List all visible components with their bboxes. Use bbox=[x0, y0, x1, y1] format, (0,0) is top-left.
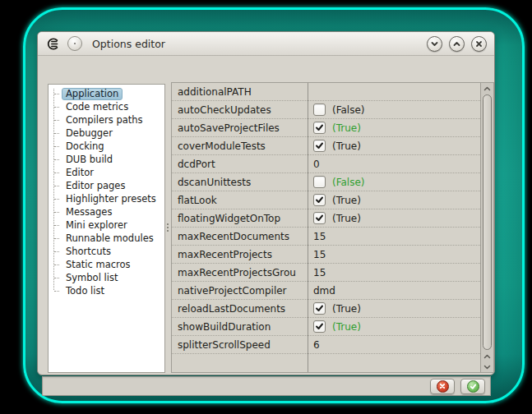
sidebar-item-label: DUB build bbox=[62, 154, 117, 166]
property-value-cell[interactable]: (True) bbox=[308, 137, 480, 154]
property-row-maxrecentdocuments[interactable]: maxRecentDocuments15 bbox=[172, 228, 480, 246]
property-row-autocheckupdates[interactable]: autoCheckUpdates(False) bbox=[172, 101, 480, 119]
property-value: (True) bbox=[332, 140, 361, 152]
sidebar-item-symbol-list[interactable]: Symbol list bbox=[49, 271, 164, 284]
sidebar-item-label: Shortcuts bbox=[62, 246, 115, 258]
property-value-cell[interactable]: 0 bbox=[308, 155, 480, 172]
sidebar-item-label: Runnable modules bbox=[62, 232, 158, 245]
checked-checkbox[interactable] bbox=[313, 320, 326, 333]
property-value-cell[interactable]: 6 bbox=[308, 336, 480, 353]
property-name: dscanUnittests bbox=[172, 173, 308, 191]
sidebar-item-label: Compilers paths bbox=[62, 114, 147, 126]
property-row-additionalpath[interactable]: additionalPATH bbox=[172, 83, 480, 101]
checked-checkbox[interactable] bbox=[313, 140, 326, 152]
sidebar-item-todo-list[interactable]: Todo list bbox=[49, 284, 164, 297]
chevron-up-icon bbox=[452, 39, 461, 48]
property-value: (False) bbox=[332, 177, 365, 188]
window-menu-button[interactable] bbox=[67, 36, 82, 51]
property-value-cell[interactable]: dmd bbox=[308, 282, 480, 299]
property-value: (True) bbox=[332, 321, 361, 333]
unchecked-checkbox[interactable] bbox=[313, 104, 326, 116]
sidebar-item-runnable-modules[interactable]: Runnable modules bbox=[49, 232, 164, 245]
property-row-flatlook[interactable]: flatLook(True) bbox=[172, 191, 480, 209]
property-value-cell[interactable]: (True) bbox=[308, 191, 480, 209]
scrollbar-track[interactable] bbox=[481, 94, 493, 351]
property-value: (True) bbox=[332, 303, 361, 315]
scroll-down-button[interactable] bbox=[481, 361, 493, 372]
property-value-cell[interactable]: (True) bbox=[308, 318, 480, 335]
checked-checkbox[interactable] bbox=[313, 212, 326, 224]
panel-splitter[interactable] bbox=[165, 84, 171, 373]
sidebar-item-label: Mini explorer bbox=[62, 219, 132, 232]
app-logo-icon bbox=[45, 36, 60, 51]
sidebar-item-docking[interactable]: Docking bbox=[49, 140, 164, 153]
sidebar-item-debugger[interactable]: Debugger bbox=[49, 126, 164, 140]
property-value-cell[interactable]: 15 bbox=[308, 228, 480, 245]
sidebar-item-static-macros[interactable]: Static macros bbox=[49, 258, 164, 271]
property-value-cell[interactable]: 15 bbox=[308, 246, 480, 263]
sidebar-item-label: Static macros bbox=[62, 259, 135, 271]
sidebar-item-compilers-paths[interactable]: Compilers paths bbox=[49, 113, 164, 126]
sidebar-item-editor-pages[interactable]: Editor pages bbox=[49, 179, 164, 192]
property-row-covermoduletests[interactable]: coverModuleTests(True) bbox=[172, 137, 480, 155]
property-value-cell[interactable]: (True) bbox=[308, 209, 480, 227]
property-row-reloadlastdocuments[interactable]: reloadLastDocuments(True) bbox=[172, 300, 480, 318]
property-name: maxRecentDocuments bbox=[172, 228, 308, 245]
chevron-up-icon bbox=[483, 85, 491, 92]
checked-checkbox[interactable] bbox=[313, 194, 326, 206]
footer-bar bbox=[42, 376, 491, 396]
property-row-showbuildduration[interactable]: showBuildDuration(True) bbox=[172, 318, 480, 336]
property-value-cell[interactable]: (False) bbox=[308, 173, 480, 191]
property-value: 15 bbox=[313, 249, 326, 260]
scroll-up-button-secondary[interactable] bbox=[481, 351, 493, 361]
titlebar[interactable]: Options editor bbox=[38, 32, 494, 56]
property-row-autosaveprojectfiles[interactable]: autoSaveProjectFiles(True) bbox=[172, 119, 480, 137]
property-row-dscanunittests[interactable]: dscanUnittests(False) bbox=[172, 173, 480, 191]
sidebar-item-messages[interactable]: Messages bbox=[49, 205, 164, 218]
property-row-dcdport[interactable]: dcdPort0 bbox=[172, 155, 480, 173]
property-name: floatingWidgetOnTop bbox=[172, 209, 308, 227]
checked-checkbox[interactable] bbox=[313, 122, 326, 134]
categories-panel: ApplicationCode metricsCompilers pathsDe… bbox=[48, 84, 165, 373]
minimize-button[interactable] bbox=[427, 36, 442, 52]
scrollbar-thumb[interactable] bbox=[483, 94, 492, 350]
sidebar-item-mini-explorer[interactable]: Mini explorer bbox=[49, 218, 164, 232]
property-name: autoSaveProjectFiles bbox=[172, 119, 308, 136]
sidebar-item-editor[interactable]: Editor bbox=[49, 166, 164, 179]
titlebar-buttons bbox=[427, 36, 487, 52]
unchecked-checkbox[interactable] bbox=[313, 176, 326, 188]
chevron-up-icon bbox=[483, 353, 491, 360]
checked-checkbox[interactable] bbox=[313, 302, 326, 315]
property-row-splitterscrollspeed[interactable]: splitterScrollSpeed6 bbox=[172, 336, 480, 354]
sidebar-item-application[interactable]: Application bbox=[49, 87, 164, 100]
sidebar-item-code-metrics[interactable]: Code metrics bbox=[49, 100, 164, 113]
property-value-cell[interactable]: 15 bbox=[308, 264, 480, 281]
property-row-nativeprojectcompiler[interactable]: nativeProjectCompilerdmd bbox=[172, 282, 480, 300]
property-value-cell[interactable] bbox=[308, 83, 480, 100]
maximize-button[interactable] bbox=[449, 36, 465, 52]
property-value-cell[interactable]: (True) bbox=[308, 300, 480, 317]
property-name: splitterScrollSpeed bbox=[172, 336, 308, 353]
sidebar-item-highlighter-presets[interactable]: Highlighter presets bbox=[49, 192, 164, 205]
property-row-floatingwidgetontop[interactable]: floatingWidgetOnTop(True) bbox=[172, 209, 480, 228]
property-name: additionalPATH bbox=[172, 83, 308, 100]
close-button[interactable] bbox=[471, 36, 487, 52]
sidebar-item-label: Symbol list bbox=[62, 272, 122, 284]
property-value: (False) bbox=[332, 104, 365, 116]
sidebar-item-dub-build[interactable]: DUB build bbox=[49, 153, 164, 166]
sidebar-item-label: Application bbox=[62, 88, 123, 100]
property-value-cell[interactable]: (True) bbox=[308, 119, 480, 136]
property-value-cell[interactable]: (False) bbox=[308, 101, 480, 118]
x-circle-icon bbox=[437, 380, 449, 393]
property-value: 15 bbox=[313, 231, 326, 242]
property-value: (True) bbox=[332, 213, 361, 224]
accept-button[interactable] bbox=[460, 379, 485, 394]
property-row-maxrecentprojectsgrou[interactable]: maxRecentProjectsGrou15 bbox=[172, 264, 480, 282]
property-row-maxrecentprojects[interactable]: maxRecentProjects15 bbox=[172, 246, 480, 264]
grid-scrollbar[interactable] bbox=[480, 83, 493, 372]
sidebar-item-shortcuts[interactable]: Shortcuts bbox=[49, 245, 164, 258]
scroll-up-button[interactable] bbox=[481, 83, 493, 94]
property-name: maxRecentProjectsGrou bbox=[172, 264, 308, 281]
check-circle-icon bbox=[467, 380, 479, 393]
cancel-button[interactable] bbox=[430, 379, 455, 394]
